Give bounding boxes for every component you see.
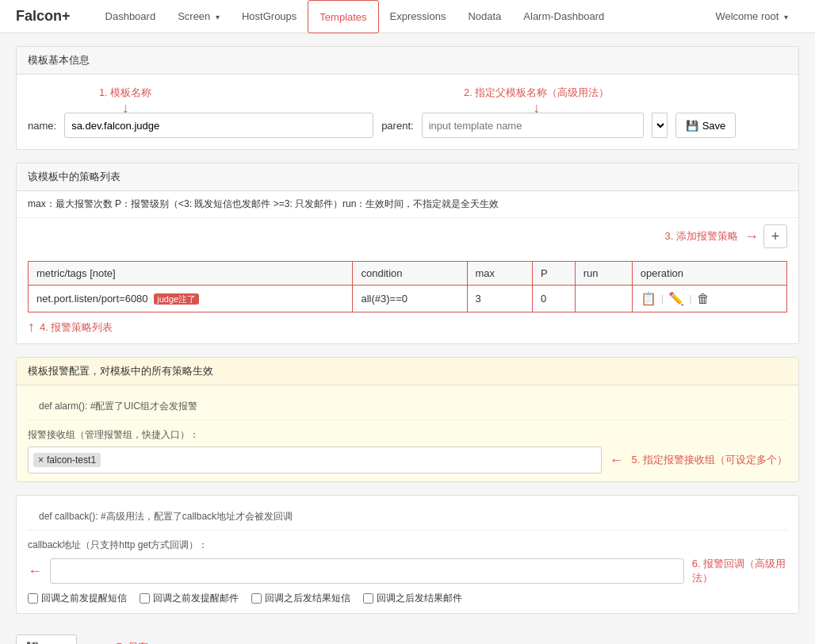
ann2-text: 2. 指定父模板名称（高级用法） bbox=[464, 86, 609, 100]
nav-item-expressions[interactable]: Expressions bbox=[379, 0, 457, 33]
checkbox-sms-before-input[interactable] bbox=[28, 593, 38, 604]
nav-menu: Dashboard Screen ▾ HostGroups Templates … bbox=[94, 0, 799, 33]
col-metric: metric/tags [note] bbox=[29, 262, 353, 286]
nav-link-screen[interactable]: Screen ▾ bbox=[166, 0, 231, 33]
operation-icons: 📋 | ✏️ | 🗑 bbox=[641, 291, 779, 306]
ann3-text: 3. 添加报警策略 bbox=[665, 229, 738, 243]
col-run: run bbox=[575, 262, 632, 286]
nav-link-hostgroups[interactable]: HostGroups bbox=[231, 0, 308, 33]
def-alarm-text: def alarm(): #配置了UIC组才会发报警 bbox=[28, 393, 787, 420]
basic-info-form: name: parent: ▾ 💾 Save bbox=[28, 113, 787, 138]
nav-item-alarm-dashboard[interactable]: Alarm-Dashboard bbox=[512, 0, 615, 33]
recv-label: 报警接收组（管理报警组，快捷入口）： bbox=[28, 428, 787, 442]
nav-item-screen[interactable]: Screen ▾ bbox=[166, 0, 231, 33]
ann6-text: 6. 报警回调（高级用法） bbox=[692, 557, 787, 585]
alarm-section-title: 模板报警配置，对模板中的所有策略生效 bbox=[28, 365, 213, 377]
nav-item-hostgroups[interactable]: HostGroups bbox=[231, 0, 308, 33]
nav-item-templates[interactable]: Templates bbox=[308, 0, 378, 33]
col-operation: operation bbox=[632, 262, 786, 286]
screen-dropdown-arrow: ▾ bbox=[216, 13, 220, 21]
save-icon: 💾 bbox=[686, 120, 698, 132]
tag-value: falcon-test1 bbox=[47, 454, 96, 466]
note-badge: judge注了 bbox=[154, 293, 199, 305]
nav-item-dashboard[interactable]: Dashboard bbox=[94, 0, 167, 33]
save-button-top[interactable]: 💾 Save bbox=[675, 113, 737, 138]
ann7-text: 7. 保存 bbox=[117, 640, 148, 644]
tag-remove-icon[interactable]: × bbox=[38, 454, 44, 466]
divider1: | bbox=[661, 293, 664, 305]
checkbox-sms-after-input[interactable] bbox=[251, 593, 262, 604]
nav-link-alarm-dashboard[interactable]: Alarm-Dashboard bbox=[512, 0, 615, 33]
ann4-arrow: ↑ bbox=[28, 319, 35, 335]
cell-max: 3 bbox=[467, 286, 533, 312]
ann3-arrow: → bbox=[744, 228, 759, 245]
tag-falcon-test1: × falcon-test1 bbox=[33, 453, 101, 467]
brand: Falcon+ bbox=[16, 8, 71, 25]
name-label: name: bbox=[28, 120, 56, 132]
checkbox-email-before-input[interactable] bbox=[140, 593, 150, 604]
recv-row: × falcon-test1 ← 5. 指定报警接收组（可设定多个） bbox=[28, 447, 787, 473]
parent-input[interactable] bbox=[422, 113, 644, 138]
nav-link-templates[interactable]: Templates bbox=[308, 0, 378, 33]
nav-link-welcome[interactable]: Welcome root ▾ bbox=[704, 0, 799, 33]
ann5-arrow: ← bbox=[610, 452, 624, 469]
nav-item-nodata[interactable]: Nodata bbox=[457, 0, 512, 33]
edit-icon[interactable]: ✏️ bbox=[668, 291, 684, 306]
delete-icon[interactable]: 🗑 bbox=[697, 292, 710, 306]
metric-value: net.port.listen/port=6080 bbox=[36, 293, 148, 305]
strategy-table-head: metric/tags [note] condition max P run o… bbox=[29, 262, 787, 286]
parent-label: parent: bbox=[381, 120, 413, 132]
tag-input[interactable]: × falcon-test1 bbox=[28, 447, 602, 473]
strategy-header-row: metric/tags [note] condition max P run o… bbox=[29, 262, 787, 286]
checkbox-email-after-input[interactable] bbox=[363, 593, 373, 604]
callback-addr-label: callback地址（只支持http get方式回调）： bbox=[28, 539, 787, 552]
col-condition: condition bbox=[353, 262, 467, 286]
nav-link-dashboard[interactable]: Dashboard bbox=[94, 0, 167, 33]
parent-dropdown[interactable]: ▾ bbox=[652, 113, 668, 138]
strategy-table-body: net.port.listen/port=6080 judge注了 all(#3… bbox=[29, 286, 787, 312]
cell-p: 0 bbox=[533, 286, 576, 312]
strategy-header: 该模板中的策略列表 bbox=[17, 163, 798, 191]
cell-run bbox=[575, 286, 632, 312]
main-content: 模板基本信息 1. 模板名称 ↓ 2. 指定父模板名称（高级用法） ↓ name… bbox=[0, 33, 815, 644]
callback-input[interactable] bbox=[50, 558, 684, 584]
ann1-text: 1. 模板名称 bbox=[99, 86, 151, 100]
callback-body: def callback(): #高级用法，配置了callback地址才会被发回… bbox=[17, 496, 798, 613]
strategy-table: metric/tags [note] condition max P run o… bbox=[28, 261, 787, 312]
col-p: P bbox=[533, 262, 576, 286]
recv-group: 报警接收组（管理报警组，快捷入口）： × falcon-test1 ← 5. 指… bbox=[28, 428, 787, 473]
basic-info-header: 模板基本信息 bbox=[17, 47, 798, 75]
bottom-save-row: 💾 Save ← 7. 保存 bbox=[16, 627, 799, 644]
strategy-hint: max：最大报警次数 P：报警级别（<3: 既发短信也发邮件 >=3: 只发邮件… bbox=[17, 191, 798, 218]
basic-info-body: 1. 模板名称 ↓ 2. 指定父模板名称（高级用法） ↓ name: paren… bbox=[17, 75, 798, 149]
def-callback-text: def callback(): #高级用法，配置了callback地址才会被发回… bbox=[28, 504, 787, 531]
checkbox-sms-after[interactable]: 回调之后发结果短信 bbox=[251, 592, 350, 605]
add-strategy-button[interactable]: + bbox=[763, 224, 787, 248]
divider2: | bbox=[689, 293, 691, 305]
table-row: net.port.listen/port=6080 judge注了 all(#3… bbox=[29, 286, 787, 312]
name-input[interactable] bbox=[64, 113, 373, 138]
ann6-arrow: ← bbox=[28, 563, 42, 580]
copy-icon[interactable]: 📋 bbox=[641, 291, 656, 306]
ann7-arrow: ← bbox=[90, 639, 104, 645]
nav-link-nodata[interactable]: Nodata bbox=[457, 0, 512, 33]
cell-metric: net.port.listen/port=6080 judge注了 bbox=[29, 286, 353, 312]
basic-info-section: 模板基本信息 1. 模板名称 ↓ 2. 指定父模板名称（高级用法） ↓ name… bbox=[16, 46, 799, 150]
nav-link-expressions[interactable]: Expressions bbox=[379, 0, 457, 33]
strategy-table-wrapper: metric/tags [note] condition max P run o… bbox=[17, 253, 798, 343]
callback-input-row: ← 6. 报警回调（高级用法） bbox=[28, 557, 787, 585]
cell-operation: 📋 | ✏️ | 🗑 bbox=[632, 286, 786, 312]
alarm-config-header: 模板报警配置，对模板中的所有策略生效 bbox=[17, 358, 798, 385]
save-button-bottom[interactable]: 💾 Save bbox=[16, 634, 77, 644]
strategy-action-bar: 3. 添加报警策略 → + bbox=[17, 218, 798, 253]
col-max: max bbox=[467, 262, 533, 286]
alarm-config-section: 模板报警配置，对模板中的所有策略生效 def alarm(): #配置了UIC组… bbox=[16, 357, 799, 482]
checkbox-email-before[interactable]: 回调之前发提醒邮件 bbox=[140, 592, 239, 605]
checkbox-email-after[interactable]: 回调之后发结果邮件 bbox=[363, 592, 462, 605]
navbar: Falcon+ Dashboard Screen ▾ HostGroups Te… bbox=[0, 0, 815, 33]
checkbox-sms-before[interactable]: 回调之前发提醒短信 bbox=[28, 592, 127, 605]
alarm-config-body: def alarm(): #配置了UIC组才会发报警 报警接收组（管理报警组，快… bbox=[17, 385, 798, 481]
checkbox-row: 回调之前发提醒短信 回调之前发提醒邮件 回调之后发结果短信 回调之后发结果邮件 bbox=[28, 592, 787, 605]
cell-condition: all(#3)==0 bbox=[353, 286, 467, 312]
nav-item-welcome[interactable]: Welcome root ▾ bbox=[704, 0, 799, 33]
